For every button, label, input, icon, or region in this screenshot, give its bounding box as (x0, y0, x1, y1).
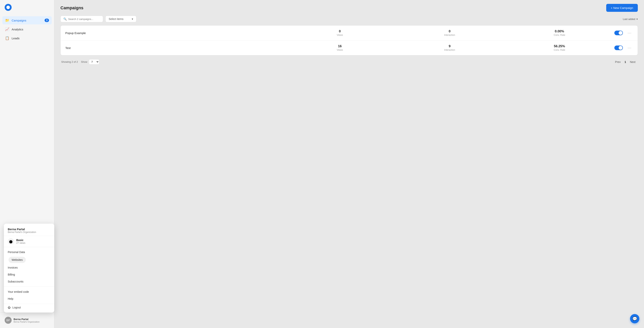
menu-item-websites-wrapper: Websites (4, 256, 54, 264)
prev-button[interactable]: Prev (614, 60, 622, 64)
sidebar-item-analytics[interactable]: 📈 Analytics (2, 25, 52, 33)
new-campaign-button[interactable]: + New Campaign (606, 4, 638, 12)
menu-item-billing[interactable]: Billing (4, 271, 54, 278)
page-title: Campaigns (60, 5, 84, 10)
next-button[interactable]: Next (628, 60, 637, 64)
views-value-1: 16 (338, 44, 342, 48)
toggle-0[interactable] (614, 30, 623, 35)
chat-bubble-button[interactable]: 💬 (630, 314, 639, 323)
search-input[interactable] (68, 18, 100, 20)
conv-rate-label-0: Conv. Rate (554, 34, 565, 36)
popup-user-section: Berna Partal Berna Partal's Organization (4, 227, 54, 236)
footer-user-name: Berna Partal (14, 318, 40, 321)
campaign-actions-1: ⋯ (614, 45, 633, 51)
pagination-bar: Showing 2 of 2 Show 7 10 25 50 Prev 1 Ne… (60, 55, 638, 64)
plan-name: Basic (16, 239, 26, 242)
sidebar-item-campaigns-label: Campaigns (12, 19, 26, 22)
chat-icon: 💬 (632, 316, 637, 321)
menu-item-help[interactable]: Help (4, 295, 54, 302)
campaign-list: Popup Example 0 Views 0 Interaction 0.00… (60, 25, 638, 55)
logout-button[interactable]: ⏻ Logout (4, 304, 54, 311)
user-info: Berna Partal Berna Partal's Organization (14, 318, 40, 323)
select-items-chevron: ▾ (132, 17, 133, 20)
more-button-0[interactable]: ⋯ (626, 30, 633, 36)
popup-user-org: Berna Partal's Organization (8, 231, 50, 234)
toolbar-left: 🔍 Select items ▾ (60, 16, 136, 22)
select-items-dropdown[interactable]: Select items ▾ (106, 16, 136, 22)
sidebar-footer: BP Berna Partal Berna Partal's Organizat… (0, 312, 54, 328)
showing-text: Showing 2 of 2 (61, 60, 78, 63)
sort-control[interactable]: Last added ▾ (623, 18, 638, 20)
interaction-stat-1: 9 Interaction (395, 44, 504, 51)
plan-views: 27 views (16, 242, 26, 244)
popup-secondary-menu: Your embed code Help (4, 287, 54, 304)
interaction-label-0: Interaction (444, 34, 455, 36)
menu-item-embed-code[interactable]: Your embed code (4, 288, 54, 295)
sidebar-item-campaigns[interactable]: 📁 Campaigns 3 (2, 16, 52, 24)
sort-label-text: Last added (623, 18, 635, 20)
campaign-name-0[interactable]: Popup Example (65, 31, 285, 35)
interaction-value-0: 0 (449, 29, 450, 33)
interaction-label-1: Interaction (444, 49, 455, 51)
conv-rate-label-1: Conv. Rate (554, 49, 565, 51)
per-page-select[interactable]: 7 10 25 50 (89, 59, 99, 64)
show-select: Show 7 10 25 50 (81, 59, 99, 64)
pagination-controls: Prev 1 Next (614, 60, 637, 64)
plan-icon-shape: ⬤ (9, 240, 12, 243)
menu-item-websites[interactable]: Websites (8, 257, 26, 263)
search-icon: 🔍 (63, 17, 67, 20)
sidebar-item-leads[interactable]: 📋 Leads (2, 34, 52, 42)
views-stat-0: 0 Views (285, 29, 395, 36)
more-button-1[interactable]: ⋯ (626, 45, 633, 51)
app-logo (5, 4, 12, 11)
popup-plan-section: ⬤ Basic 27 views (4, 236, 54, 247)
campaigns-icon: 📁 (5, 18, 9, 22)
logo-area (0, 0, 54, 15)
views-label-0: Views (337, 34, 343, 36)
logout-label: Logout (12, 306, 21, 309)
user-profile-button[interactable]: BP Berna Partal Berna Partal's Organizat… (2, 315, 52, 326)
popup-primary-menu: Personal Data Websites Invoices Billing … (4, 247, 54, 287)
conv-rate-stat-1: 56.25% Conv. Rate (504, 44, 614, 51)
toggle-1[interactable] (614, 45, 623, 50)
select-items-label: Select items (109, 17, 124, 20)
main-header: Campaigns + New Campaign (54, 0, 644, 16)
user-avatar: BP (5, 317, 12, 324)
sort-chevron-icon: ▾ (636, 18, 638, 20)
sidebar: 📁 Campaigns 3 📈 Analytics 📋 Leads BP Ber… (0, 0, 54, 328)
conv-rate-value-1: 56.25% (554, 44, 565, 48)
logo-inner (6, 5, 10, 9)
plan-icon: ⬤ (8, 238, 14, 245)
menu-item-subaccounts[interactable]: Subaccounts (4, 278, 54, 285)
campaign-actions-0: ⋯ (614, 30, 633, 36)
menu-item-invoices[interactable]: Invoices (4, 264, 54, 271)
views-value-0: 0 (339, 29, 340, 33)
campaigns-toolbar: 🔍 Select items ▾ Last added ▾ (60, 16, 638, 22)
main-content-area: Campaigns + New Campaign 🔍 Select items … (54, 0, 644, 328)
footer-user-org: Berna Partal's Organization (14, 321, 40, 323)
views-label-1: Views (337, 49, 343, 51)
interaction-value-1: 9 (449, 44, 450, 48)
interaction-stat-0: 0 Interaction (395, 29, 504, 36)
popup-menu: Berna Partal Berna Partal's Organization… (4, 224, 54, 313)
plan-info: Basic 27 views (16, 239, 26, 244)
campaign-name-1[interactable]: Test (65, 46, 285, 49)
search-box: 🔍 (60, 16, 103, 22)
campaign-row-0: Popup Example 0 Views 0 Interaction 0.00… (61, 25, 638, 40)
power-icon: ⏻ (8, 306, 10, 309)
views-stat-1: 16 Views (285, 44, 395, 51)
sidebar-item-analytics-label: Analytics (12, 28, 23, 31)
show-label: Show (81, 60, 88, 63)
current-page: 1 (624, 60, 626, 63)
sidebar-item-leads-label: Leads (12, 36, 20, 40)
analytics-icon: 📈 (5, 27, 9, 31)
conv-rate-stat-0: 0.00% Conv. Rate (504, 29, 614, 36)
popup-user-name: Berna Partal (8, 228, 50, 231)
campaign-row-1: Test 16 Views 9 Interaction 56.25% Conv.… (61, 40, 638, 55)
campaigns-badge: 3 (44, 18, 49, 22)
conv-rate-value-0: 0.00% (555, 29, 564, 33)
leads-icon: 📋 (5, 36, 9, 40)
campaigns-content: 🔍 Select items ▾ Last added ▾ Popup Exam… (54, 16, 644, 328)
menu-item-personal-data[interactable]: Personal Data (4, 249, 54, 256)
